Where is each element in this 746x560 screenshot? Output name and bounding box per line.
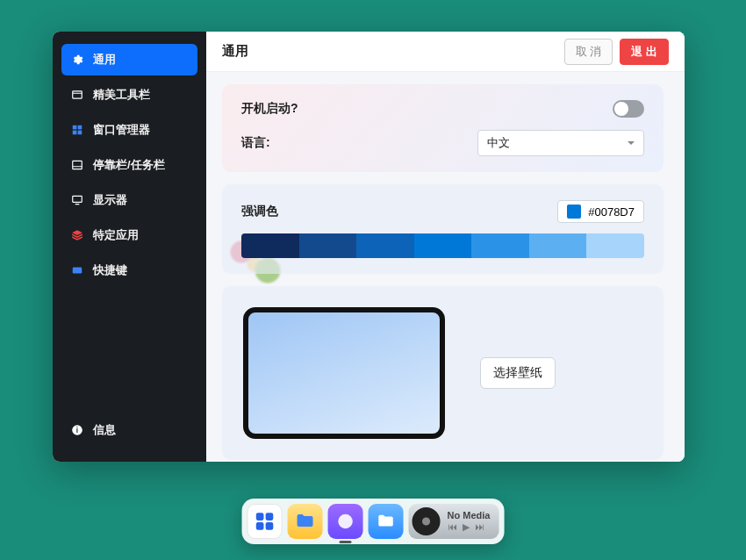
sidebar-item-window-manager[interactable]: 窗口管理器: [61, 114, 197, 146]
sidebar-item-label: 窗口管理器: [93, 122, 150, 138]
sidebar-item-shortcuts[interactable]: 快捷键: [61, 255, 197, 286]
window-icon: [70, 88, 84, 102]
play-icon[interactable]: ▶: [463, 521, 470, 533]
svg-rect-6: [73, 161, 82, 169]
content-area: 通用 取 消 退 出 开机启动? 语言: 中文 强调色: [206, 32, 685, 462]
wallpaper-preview: [243, 307, 445, 439]
monitor-icon: [70, 193, 84, 207]
grid-icon: [70, 123, 84, 137]
svg-text:i: i: [76, 427, 78, 434]
sidebar-item-dock[interactable]: 停靠栏/任务栏: [61, 149, 197, 181]
accent-swatch: [567, 205, 581, 219]
sidebar-item-label: 通用: [93, 52, 116, 68]
sidebar-item-info[interactable]: i 信息: [61, 414, 197, 446]
palette-color[interactable]: [529, 233, 587, 258]
startup-card: 开机启动? 语言: 中文: [222, 84, 664, 172]
svg-rect-16: [266, 522, 274, 530]
dock-item-files[interactable]: [288, 504, 323, 539]
svg-rect-14: [266, 513, 274, 521]
svg-rect-3: [78, 126, 82, 130]
svg-rect-5: [78, 131, 82, 135]
accent-value: #0078D7: [588, 205, 635, 219]
sidebar-item-label: 显示器: [93, 192, 127, 208]
keyboard-icon: [70, 263, 84, 277]
autostart-toggle[interactable]: [613, 100, 644, 118]
accent-label: 强调色: [241, 204, 278, 219]
dock-indicator: [340, 541, 352, 543]
svg-rect-0: [73, 91, 82, 98]
sidebar-item-label: 信息: [93, 422, 116, 438]
prev-icon[interactable]: ⏮: [448, 521, 457, 533]
palette-color[interactable]: [241, 233, 299, 258]
sidebar-item-label: 快捷键: [93, 262, 127, 278]
dock-icon: [70, 158, 84, 172]
media-title: No Media: [448, 510, 491, 521]
svg-rect-15: [256, 522, 264, 530]
dock-item-finder[interactable]: [369, 504, 404, 539]
sidebar-item-display[interactable]: 显示器: [61, 184, 197, 216]
cancel-button[interactable]: 取 消: [564, 39, 613, 65]
palette-color[interactable]: [586, 233, 644, 258]
autostart-label: 开机启动?: [241, 101, 298, 117]
page-title: 通用: [222, 43, 248, 60]
sidebar-item-label: 精美工具栏: [93, 87, 150, 103]
sidebar-item-label: 特定应用: [93, 227, 139, 243]
accent-palette: [241, 233, 644, 258]
gear-icon: [70, 53, 84, 67]
svg-rect-8: [73, 196, 82, 202]
palette-color[interactable]: [299, 233, 357, 258]
sidebar-item-toolbar[interactable]: 精美工具栏: [61, 79, 197, 111]
dock: No Media ⏮ ▶ ⏭: [242, 499, 505, 544]
content-header: 通用 取 消 退 出: [206, 32, 685, 72]
choose-wallpaper-button[interactable]: 选择壁纸: [480, 357, 556, 389]
info-icon: i: [70, 423, 84, 437]
settings-window: 通用 精美工具栏 窗口管理器 停靠栏/任务栏 显示器 特定应用 快捷键 i: [53, 32, 685, 462]
palette-color[interactable]: [414, 233, 472, 258]
svg-point-17: [338, 514, 353, 529]
dock-media-widget[interactable]: No Media ⏮ ▶ ⏭: [409, 504, 499, 539]
sidebar-item-general[interactable]: 通用: [61, 44, 197, 75]
dock-item-settings[interactable]: [328, 504, 363, 539]
sidebar-item-label: 停靠栏/任务栏: [93, 157, 165, 173]
palette-color[interactable]: [471, 233, 529, 258]
dock-item-launcher[interactable]: [247, 504, 283, 539]
palette-color[interactable]: [356, 233, 414, 258]
language-select[interactable]: 中文: [477, 130, 644, 156]
svg-rect-2: [73, 126, 77, 130]
disc-icon: [412, 507, 441, 535]
settings-scroll[interactable]: 开机启动? 语言: 中文 强调色 #0078D7: [206, 72, 685, 462]
svg-rect-13: [256, 513, 264, 521]
sidebar: 通用 精美工具栏 窗口管理器 停靠栏/任务栏 显示器 特定应用 快捷键 i: [53, 32, 206, 462]
media-controls: ⏮ ▶ ⏭: [448, 521, 491, 533]
svg-rect-4: [73, 131, 77, 135]
accent-color-display[interactable]: #0078D7: [557, 200, 644, 223]
layers-icon: [70, 228, 84, 242]
next-icon[interactable]: ⏭: [475, 521, 484, 533]
sidebar-item-apps[interactable]: 特定应用: [61, 219, 197, 251]
wallpaper-card: 选择壁纸: [222, 286, 664, 460]
exit-button[interactable]: 退 出: [620, 39, 669, 65]
language-label: 语言:: [241, 135, 270, 151]
svg-rect-10: [73, 268, 82, 274]
accent-card: 强调色 #0078D7: [222, 184, 664, 274]
